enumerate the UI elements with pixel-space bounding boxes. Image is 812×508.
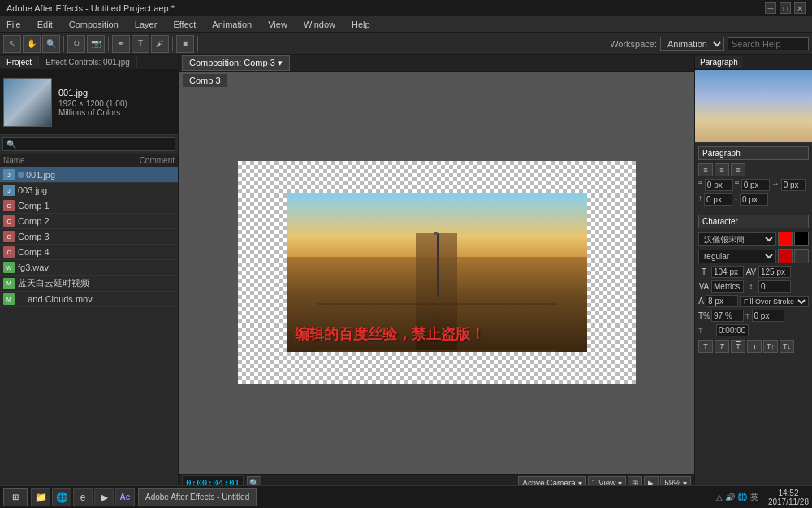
left-indent-input[interactable] bbox=[705, 179, 733, 191]
comment-column-header: Comment bbox=[140, 156, 175, 165]
align-left-btn[interactable]: ≡ bbox=[698, 163, 713, 176]
fill-stroke-select[interactable]: Fill Over Stroke bbox=[740, 296, 809, 307]
comp-icon: C bbox=[3, 231, 15, 242]
mov-icon: M bbox=[3, 278, 15, 289]
preview-area: 001.jpg 1920 × 1200 (1.00) Millions of C… bbox=[0, 70, 178, 135]
search-input[interactable] bbox=[728, 37, 809, 50]
menu-animation[interactable]: Animation bbox=[209, 20, 255, 29]
window-controls: ─ □ ✕ bbox=[765, 2, 806, 14]
hand-tool[interactable]: ✋ bbox=[23, 35, 41, 53]
wav-icon: W bbox=[3, 262, 15, 273]
separator-1 bbox=[63, 36, 64, 52]
rotation-tool[interactable]: ↻ bbox=[67, 35, 85, 53]
pen-tool[interactable]: ✒ bbox=[112, 35, 130, 53]
menu-layer[interactable]: Layer bbox=[132, 20, 161, 29]
brush-tool[interactable]: 🖌 bbox=[151, 35, 169, 53]
stroke-color-swatch[interactable] bbox=[794, 232, 809, 246]
text-tool[interactable]: T bbox=[132, 35, 149, 53]
ae-icon[interactable]: Ae bbox=[115, 488, 135, 506]
camera-tool[interactable]: 📷 bbox=[87, 35, 105, 53]
menu-window[interactable]: Window bbox=[300, 20, 339, 29]
font-size-input[interactable] bbox=[711, 266, 744, 278]
list-item[interactable]: J 003.jpg bbox=[0, 183, 178, 198]
extra-label: → bbox=[771, 179, 780, 191]
tracking-input[interactable] bbox=[758, 266, 791, 278]
subscript-btn[interactable]: T↓ bbox=[780, 340, 794, 353]
close-button[interactable]: ✕ bbox=[794, 2, 806, 14]
start-button[interactable]: ⊞ bbox=[3, 488, 28, 506]
menu-edit[interactable]: Edit bbox=[34, 20, 56, 29]
time-input[interactable] bbox=[716, 324, 749, 336]
paragraph-tab[interactable]: Paragraph bbox=[695, 56, 743, 68]
faux-italic-btn[interactable]: T bbox=[715, 340, 729, 353]
space-row: ↑ ↓ bbox=[698, 193, 809, 206]
align-right-btn[interactable]: ≡ bbox=[731, 163, 745, 176]
mov-icon: M bbox=[3, 293, 15, 305]
list-item[interactable]: C Comp 3 bbox=[0, 229, 178, 245]
item-name: Comp 2 bbox=[18, 216, 50, 226]
menu-composition[interactable]: Composition bbox=[66, 20, 122, 29]
shape-tool[interactable]: ■ bbox=[176, 35, 194, 53]
menu-view[interactable]: View bbox=[265, 20, 291, 29]
space-after-input[interactable] bbox=[740, 193, 768, 206]
ie-icon[interactable]: e bbox=[73, 488, 93, 506]
composition-panel-tab[interactable]: Composition: Comp 3 ▾ bbox=[182, 55, 290, 71]
fill-swatch-small[interactable] bbox=[778, 249, 793, 263]
list-item[interactable]: M ... and Clouds.mov bbox=[0, 292, 178, 307]
kerning-row: VA ↕ bbox=[698, 280, 809, 293]
workspace-label: Workspace: bbox=[610, 39, 657, 49]
comp-icon: C bbox=[3, 200, 15, 211]
scale-input[interactable] bbox=[752, 310, 784, 322]
sky-preview-image bbox=[695, 70, 812, 142]
project-list-header: Name Comment bbox=[0, 154, 178, 167]
font-style-select[interactable]: regular bbox=[698, 250, 776, 263]
list-item[interactable]: C Comp 4 bbox=[0, 245, 178, 260]
leading-input[interactable] bbox=[758, 280, 791, 293]
time-label: T bbox=[698, 327, 715, 335]
list-item[interactable]: M 蓝天白云延时视频 bbox=[0, 276, 178, 292]
zoom-tool[interactable]: 🔍 bbox=[42, 35, 60, 53]
list-item[interactable]: C Comp 2 bbox=[0, 214, 178, 229]
space-before-input[interactable] bbox=[704, 193, 732, 206]
workspace-select[interactable]: Animation bbox=[660, 37, 724, 51]
project-search-input[interactable] bbox=[2, 137, 175, 151]
separator-2 bbox=[108, 36, 109, 52]
workspace-area: Workspace: Animation bbox=[610, 37, 809, 51]
jpg-icon: J bbox=[3, 185, 15, 196]
font-size-icon: T bbox=[698, 267, 710, 276]
select-tool[interactable]: ↖ bbox=[3, 35, 21, 53]
tsume-input[interactable] bbox=[711, 310, 744, 322]
input-method[interactable]: 英 bbox=[750, 492, 758, 503]
minimize-button[interactable]: ─ bbox=[765, 2, 776, 14]
extra-indent-input[interactable] bbox=[781, 179, 806, 191]
list-item[interactable]: W fg3.wav bbox=[0, 260, 178, 276]
composition-viewport[interactable]: Comp 3 编辑的百度丝 bbox=[179, 72, 694, 474]
superscript-btn[interactable]: T↑ bbox=[763, 340, 778, 353]
scale-label: T bbox=[745, 312, 750, 320]
menu-file[interactable]: File bbox=[3, 20, 24, 29]
small-caps-btn[interactable]: ᴛ bbox=[747, 340, 762, 353]
list-item[interactable]: C Comp 1 bbox=[0, 198, 178, 214]
project-tab[interactable]: Project bbox=[0, 56, 39, 68]
taskbar: ⊞ 📁 🌐 e ▶ Ae Adobe After Effects - Untit… bbox=[0, 485, 812, 508]
taskbar-ae-item[interactable]: Adobe After Effects - Untitled bbox=[138, 488, 257, 506]
media-icon[interactable]: ▶ bbox=[94, 488, 114, 506]
all-caps-btn[interactable]: T bbox=[731, 340, 745, 353]
right-indent-input[interactable] bbox=[741, 179, 770, 191]
baseline-input[interactable] bbox=[706, 295, 738, 307]
file-explorer-icon[interactable]: 📁 bbox=[31, 488, 50, 506]
menu-effect[interactable]: Effect bbox=[170, 20, 199, 29]
maximize-button[interactable]: □ bbox=[780, 2, 791, 14]
fill-color-swatch[interactable] bbox=[778, 232, 793, 246]
kerning-input[interactable] bbox=[711, 280, 744, 293]
list-item[interactable]: J 001.jpg bbox=[0, 167, 178, 183]
stroke-swatch-small[interactable] bbox=[794, 249, 809, 263]
faux-bold-btn[interactable]: T bbox=[698, 340, 713, 353]
font-family-select[interactable]: 汉儀報宋簡 bbox=[698, 232, 776, 246]
align-center-btn[interactable]: ≡ bbox=[715, 163, 729, 176]
chrome-icon[interactable]: 🌐 bbox=[52, 488, 71, 506]
effect-controls-tab[interactable]: Effect Controls: 001.jpg bbox=[39, 56, 137, 68]
menu-help[interactable]: Help bbox=[348, 20, 374, 29]
comp-icon: C bbox=[3, 246, 15, 258]
comp-tab-overlay[interactable]: Comp 3 bbox=[182, 73, 228, 88]
